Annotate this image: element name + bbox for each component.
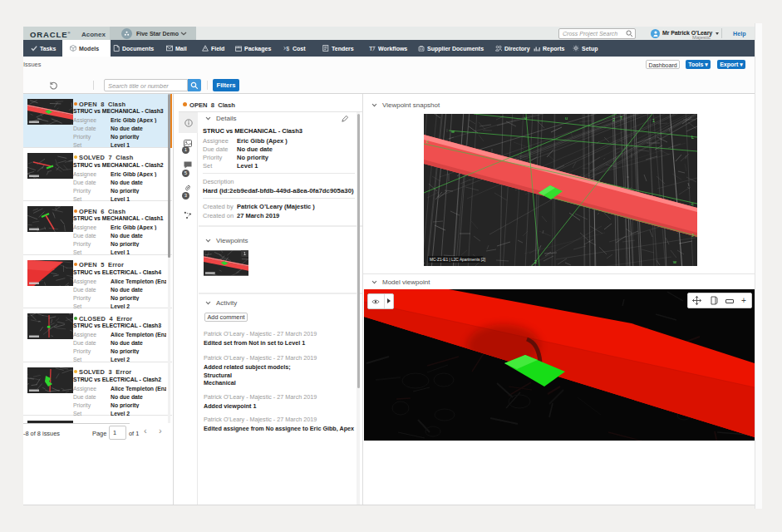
svg-text:2: 2 bbox=[534, 259, 537, 264]
svg-text:L: L bbox=[691, 135, 694, 140]
svg-text:$: $ bbox=[286, 46, 289, 52]
svg-text:T: T bbox=[369, 45, 373, 52]
svg-text:1: 1 bbox=[652, 118, 655, 123]
svg-text:u: u bbox=[565, 116, 568, 121]
svg-text:2: 2 bbox=[612, 117, 615, 122]
svg-text:w: w bbox=[450, 129, 455, 134]
svg-text:MC-Z1-E1 | L2C Apartments [2]: MC-Z1-E1 | L2C Apartments [2] bbox=[430, 258, 485, 262]
svg-text:J: J bbox=[691, 233, 694, 238]
svg-text:c: c bbox=[426, 139, 429, 144]
svg-text:w: w bbox=[672, 259, 676, 264]
svg-text:c: c bbox=[691, 201, 694, 206]
svg-text:v: v bbox=[524, 116, 527, 121]
